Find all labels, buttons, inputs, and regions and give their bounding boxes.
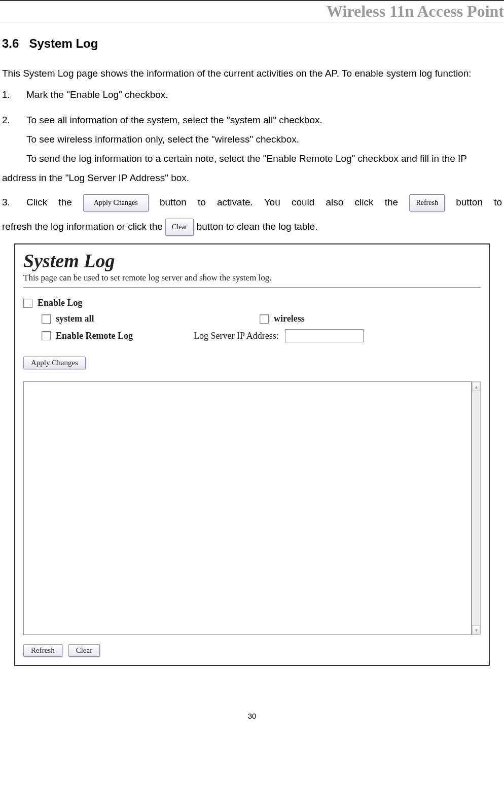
enable-remote-label: Enable Remote Log <box>56 331 133 341</box>
page-header: Wireless 11n Access Point <box>0 0 504 22</box>
wireless-option: wireless <box>260 313 481 324</box>
system-all-option: system all <box>42 313 260 324</box>
apply-changes-button[interactable]: Apply Changes <box>23 357 86 369</box>
section-title: System Log <box>29 37 98 50</box>
section-heading: 3.6 System Log <box>2 37 502 51</box>
step-1-num: 1. <box>2 85 26 104</box>
refresh-inline-button: Refresh <box>409 194 445 211</box>
log-server-ip-input[interactable] <box>285 329 364 342</box>
step-2b-text: To see wireless information only, select… <box>2 130 502 149</box>
step-3d: refresh the log information or click the <box>2 221 165 232</box>
clear-button[interactable]: Clear <box>68 644 100 657</box>
enable-log-checkbox[interactable] <box>23 299 32 308</box>
header-title: Wireless 11n Access Point <box>327 2 504 20</box>
log-server-group: Log Server IP Address: <box>194 329 364 342</box>
log-server-label: Log Server IP Address: <box>194 331 279 341</box>
enable-log-row: Enable Log <box>23 298 481 308</box>
scroll-up-icon[interactable]: ▴ <box>472 382 480 391</box>
step-2-num: 2. <box>2 111 26 130</box>
step-2c-text: To send the log information to a certain… <box>2 149 502 188</box>
systemall-wireless-row: system all wireless <box>23 313 481 329</box>
step-3-line2: refresh the log information or click the… <box>2 217 502 236</box>
log-scrollbar[interactable]: ▴ ▾ <box>472 381 481 635</box>
step-2: 2. To see all information of the system,… <box>2 111 502 130</box>
apply-changes-row: Apply Changes <box>23 347 481 369</box>
step-3-content: Click the Apply Changes button to activa… <box>26 193 502 212</box>
system-all-checkbox[interactable] <box>42 314 51 324</box>
step-3a: Click the <box>26 197 83 207</box>
step-3b: button to activate. You could also click… <box>160 197 409 207</box>
remote-log-row: Enable Remote Log Log Server IP Address: <box>23 329 481 347</box>
section-number: 3.6 <box>2 37 19 50</box>
wireless-label: wireless <box>274 313 305 324</box>
enable-log-label: Enable Log <box>38 298 83 308</box>
system-log-screenshot: System Log This page can be used to set … <box>14 243 490 666</box>
step-1: 1. Mark the "Enable Log" checkbox. <box>2 85 502 104</box>
step-3-line1: 3. Click the Apply Changes button to act… <box>2 193 502 212</box>
enable-remote-checkbox[interactable] <box>42 331 51 340</box>
step-3c: button to <box>456 197 502 207</box>
log-area-wrap: ▴ ▾ <box>23 381 481 635</box>
apply-changes-inline-button: Apply Changes <box>83 194 149 211</box>
log-textarea[interactable] <box>23 381 472 635</box>
system-all-label: system all <box>56 313 94 324</box>
ss-desc: This page can be used to set remote log … <box>23 273 481 283</box>
step-1-text: Mark the "Enable Log" checkbox. <box>26 85 502 104</box>
page-number: 30 <box>2 712 502 720</box>
step-3e: button to clean the log table. <box>197 221 318 232</box>
step-3-num: 3. <box>2 193 26 212</box>
clear-inline-button: Clear <box>165 219 194 236</box>
scroll-down-icon[interactable]: ▾ <box>472 625 480 634</box>
wireless-checkbox[interactable] <box>260 314 269 324</box>
ss-divider <box>23 287 481 288</box>
refresh-button[interactable]: Refresh <box>23 644 62 657</box>
ss-title: System Log <box>23 250 481 272</box>
enable-remote-option: Enable Remote Log <box>42 329 194 342</box>
bottom-buttons: Refresh Clear <box>23 644 481 657</box>
intro-text: This System Log page shows the informati… <box>2 64 502 83</box>
step-2-text: To see all information of the system, se… <box>26 111 502 130</box>
